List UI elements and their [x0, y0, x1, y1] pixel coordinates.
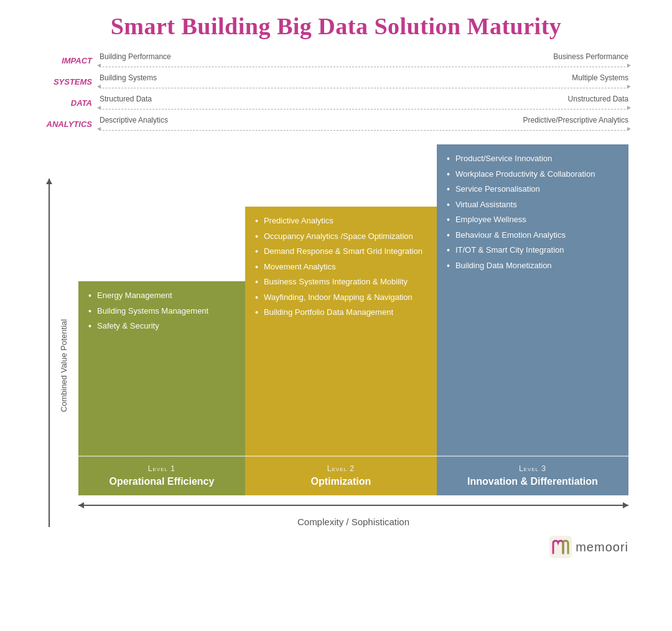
list-item: IT/OT & Smart City Integration — [447, 245, 620, 256]
memoori-logo-icon — [549, 536, 572, 558]
bullet-list-l2: Predictive Analytics Occupancy Analytics… — [255, 215, 428, 318]
axis-table: IMPACT Building Performance Business Per… — [44, 51, 628, 136]
axis-left-systems: Building Systems — [100, 73, 157, 82]
logo-wrap: memoori — [44, 536, 628, 558]
list-item: Building Systems Management — [88, 306, 236, 317]
page-title: Smart Building Big Data Solution Maturit… — [111, 12, 562, 40]
col-content-l1: Energy Management Building Systems Manag… — [78, 281, 245, 456]
footer-name-l2: Optimization — [251, 475, 431, 488]
list-item: Wayfinding, Indoor Mapping & Navigation — [255, 292, 428, 303]
col-content-l3: Product/Service Innovation Workplace Pro… — [437, 144, 628, 456]
arrow-line-data — [100, 109, 628, 110]
axis-label-impact: IMPACT — [44, 56, 100, 65]
col-content-l2: Predictive Analytics Occupancy Analytics… — [245, 207, 437, 456]
col-level3: Product/Service Innovation Workplace Pro… — [437, 144, 628, 495]
axis-right-systems: Multiple Systems — [572, 73, 628, 82]
axis-row-systems: SYSTEMS Building Systems Multiple System… — [44, 72, 628, 91]
list-item: Workplace Productivity & Collaboration — [447, 169, 620, 180]
axis-row-data: DATA Structured Data Unstructured Data — [44, 93, 628, 112]
axis-label-analytics: ANALYTICS — [44, 119, 100, 129]
list-item: Building Data Monetization — [447, 260, 620, 271]
list-item: Product/Service Innovation — [447, 153, 620, 164]
list-item: Energy Management — [88, 290, 236, 301]
axis-row-impact: IMPACT Building Performance Business Per… — [44, 51, 628, 70]
axis-arrow-systems: Building Systems Multiple Systems — [100, 72, 628, 91]
list-item: Service Personalisation — [447, 184, 620, 195]
axis-arrow-data: Structured Data Unstructured Data — [100, 93, 628, 112]
axis-left-impact: Building Performance — [100, 52, 171, 61]
axis-label-systems: SYSTEMS — [44, 77, 100, 86]
x-axis-label: Complexity / Sophistication — [78, 516, 628, 527]
footer-level-l2: Level 2 — [251, 464, 431, 473]
arrow-line-systems — [100, 88, 628, 88]
bullet-list-l3: Product/Service Innovation Workplace Pro… — [447, 153, 620, 271]
axis-row-analytics: ANALYTICS Descriptive Analytics Predicti… — [44, 115, 628, 133]
list-item: Demand Response & Smart Grid Integration — [255, 246, 428, 257]
arrow-line-analytics — [100, 130, 628, 131]
x-axis-line — [78, 505, 628, 506]
chart-area: Combined Value Potential Energy Manageme… — [44, 144, 628, 527]
footer-level-l1: Level 1 — [85, 464, 239, 473]
col-footer-l3: Level 3 Innovation & Differentiation — [437, 456, 628, 495]
list-item: Predictive Analytics — [255, 215, 428, 227]
list-item: Behaviour & Emotion Analytics — [447, 230, 620, 241]
footer-name-l3: Innovation & Differentiation — [443, 475, 622, 488]
axis-arrow-impact: Building Performance Business Performanc… — [100, 51, 628, 70]
columns-wrap: Energy Management Building Systems Manag… — [78, 144, 628, 495]
chart-inner: Energy Management Building Systems Manag… — [78, 144, 628, 527]
axis-arrow-analytics: Descriptive Analytics Predictive/Prescri… — [100, 115, 628, 133]
col-level2: Predictive Analytics Occupancy Analytics… — [245, 207, 437, 495]
list-item: Building Portfolio Data Management — [255, 307, 428, 318]
axis-left-data: Structured Data — [100, 95, 152, 103]
arrow-line-impact — [100, 67, 628, 67]
col-footer-l2: Level 2 Optimization — [245, 456, 437, 495]
footer-level-l3: Level 3 — [443, 464, 622, 473]
col-footer-l1: Level 1 Operational Efficiency — [78, 456, 245, 495]
axis-label-data: DATA — [44, 98, 100, 108]
list-item: Occupancy Analytics /Space Optimization — [255, 231, 428, 242]
axis-right-analytics: Predictive/Prescriptive Analytics — [523, 116, 628, 124]
list-item: Safety & Security — [88, 320, 236, 332]
logo-text: memoori — [576, 540, 628, 554]
x-axis-wrap — [78, 497, 628, 512]
list-item: Virtual Assistants — [447, 199, 620, 210]
axis-right-data: Unstructured Data — [568, 95, 628, 103]
axis-left-analytics: Descriptive Analytics — [100, 116, 168, 124]
col-level1: Energy Management Building Systems Manag… — [78, 281, 245, 495]
y-axis-label: Combined Value Potential — [60, 319, 69, 411]
bullet-list-l1: Energy Management Building Systems Manag… — [88, 290, 236, 332]
list-item: Employee Wellness — [447, 214, 620, 225]
footer-name-l1: Operational Efficiency — [85, 475, 239, 488]
axis-right-impact: Business Performance — [553, 52, 628, 61]
list-item: Business Systems Integration & Mobility — [255, 276, 428, 287]
list-item: Movement Analytics — [255, 261, 428, 273]
